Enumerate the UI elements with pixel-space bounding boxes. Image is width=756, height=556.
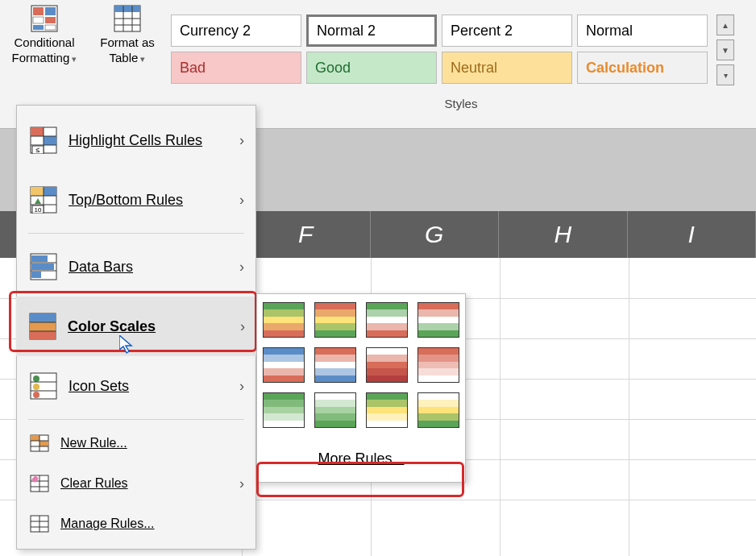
chevron-right-icon: › <box>239 259 244 276</box>
svg-rect-15 <box>44 136 56 145</box>
svg-rect-4 <box>45 17 56 23</box>
conditional-formatting-menu: ≤ Highlight Cells Rules › 10 Top/Bottom … <box>16 105 256 550</box>
color-scale-option[interactable] <box>366 392 408 428</box>
new-rule-icon <box>30 434 49 452</box>
data-bars-icon <box>30 253 57 280</box>
svg-rect-50 <box>39 441 48 446</box>
format-as-table-icon <box>114 5 141 32</box>
menu-icon-sets[interactable]: Icon Sets › <box>17 356 255 416</box>
menu-label: Top/Bottom Rules <box>69 192 183 209</box>
menu-highlight-cells-rules[interactable]: ≤ Highlight Cells Rules › <box>17 110 255 170</box>
svg-rect-3 <box>33 17 44 23</box>
menu-label: Icon Sets <box>69 378 129 395</box>
color-scale-option[interactable] <box>417 302 459 338</box>
manage-rules-icon <box>30 515 49 533</box>
color-scale-option[interactable] <box>417 392 459 428</box>
column-header[interactable]: H <box>499 211 628 258</box>
color-scale-option[interactable] <box>417 347 459 383</box>
cell-styles-gallery[interactable]: Currency 2Normal 2Percent 2NormalBadGood… <box>171 15 708 85</box>
styles-group-label: Styles <box>171 97 751 110</box>
svg-rect-5 <box>33 25 44 30</box>
svg-rect-6 <box>45 25 56 30</box>
menu-color-scales[interactable]: Color Scales › <box>16 297 256 356</box>
style-cell[interactable]: Currency 2 <box>171 15 301 47</box>
color-scale-option[interactable] <box>314 392 356 428</box>
color-scale-option[interactable] <box>314 302 356 338</box>
clear-rules-icon <box>30 475 49 492</box>
svg-rect-37 <box>30 313 56 322</box>
chevron-right-icon: › <box>239 378 244 395</box>
svg-point-43 <box>33 376 39 382</box>
conditional-formatting-label: Conditional Formatting <box>6 35 82 66</box>
menu-data-bars[interactable]: Data Bars › <box>17 237 255 297</box>
scroll-down-icon[interactable]: ▼ <box>717 39 734 60</box>
chevron-right-icon: › <box>239 475 244 492</box>
menu-separator <box>28 419 244 420</box>
chevron-right-icon: › <box>240 318 245 335</box>
svg-rect-8 <box>114 6 140 12</box>
chevron-right-icon: › <box>239 192 244 209</box>
style-cell[interactable]: Percent 2 <box>442 15 572 47</box>
color-scale-option[interactable] <box>366 347 408 383</box>
svg-rect-14 <box>31 127 44 136</box>
svg-rect-1 <box>33 7 44 15</box>
column-header[interactable]: F <box>242 211 371 258</box>
style-cell[interactable]: Neutral <box>442 52 572 84</box>
color-scale-option[interactable] <box>263 302 305 338</box>
menu-label: Data Bars <box>69 259 133 276</box>
conditional-formatting-icon <box>31 5 58 32</box>
menu-label: Manage Rules... <box>60 517 155 531</box>
menu-manage-rules[interactable]: Manage Rules... <box>17 504 255 544</box>
svg-rect-31 <box>31 255 48 262</box>
svg-point-44 <box>33 384 39 390</box>
svg-rect-32 <box>31 263 54 270</box>
svg-rect-38 <box>30 322 56 331</box>
column-header[interactable]: G <box>371 211 500 258</box>
svg-rect-22 <box>31 187 44 196</box>
menu-separator <box>28 233 244 234</box>
top-bottom-icon: 10 <box>30 186 57 214</box>
style-cell[interactable]: Normal <box>577 15 708 47</box>
svg-rect-23 <box>44 187 56 196</box>
color-scales-submenu: More Rules... <box>256 293 466 483</box>
style-cell[interactable]: Good <box>306 52 437 84</box>
format-as-table-label: Format as Table <box>95 35 160 66</box>
svg-rect-39 <box>30 331 56 339</box>
gallery-scrollbar[interactable]: ▲ ▼ ▾ <box>716 15 735 85</box>
icon-sets-icon <box>30 372 57 400</box>
column-header[interactable]: I <box>628 211 757 258</box>
color-scale-option[interactable] <box>366 302 408 338</box>
highlight-cells-icon: ≤ <box>30 127 57 154</box>
color-scales-icon <box>29 313 56 340</box>
style-cell[interactable]: Normal 2 <box>306 15 437 47</box>
scroll-expand-icon[interactable]: ▾ <box>717 64 734 85</box>
menu-clear-rules[interactable]: Clear Rules › <box>17 463 255 504</box>
svg-text:≤: ≤ <box>36 146 40 154</box>
svg-point-45 <box>33 392 39 398</box>
more-rules-button[interactable]: More Rules... <box>265 444 457 474</box>
chevron-right-icon: › <box>239 132 244 149</box>
color-scale-option[interactable] <box>263 392 305 428</box>
svg-rect-49 <box>31 435 39 441</box>
color-scale-option[interactable] <box>314 347 356 383</box>
menu-new-rule[interactable]: New Rule... <box>17 423 255 463</box>
color-scales-gallery <box>265 302 457 429</box>
svg-text:10: 10 <box>35 206 42 214</box>
menu-label: Clear Rules <box>60 476 128 491</box>
menu-top-bottom-rules[interactable]: 10 Top/Bottom Rules › <box>17 170 255 230</box>
menu-label: Color Scales <box>68 318 156 335</box>
color-scale-option[interactable] <box>263 347 305 383</box>
menu-label: Highlight Cells Rules <box>69 132 202 149</box>
svg-rect-2 <box>45 7 56 15</box>
svg-rect-33 <box>31 272 41 278</box>
scroll-up-icon[interactable]: ▲ <box>717 15 734 35</box>
style-cell[interactable]: Bad <box>171 52 301 84</box>
style-cell[interactable]: Calculation <box>577 52 708 84</box>
menu-label: New Rule... <box>60 436 127 450</box>
